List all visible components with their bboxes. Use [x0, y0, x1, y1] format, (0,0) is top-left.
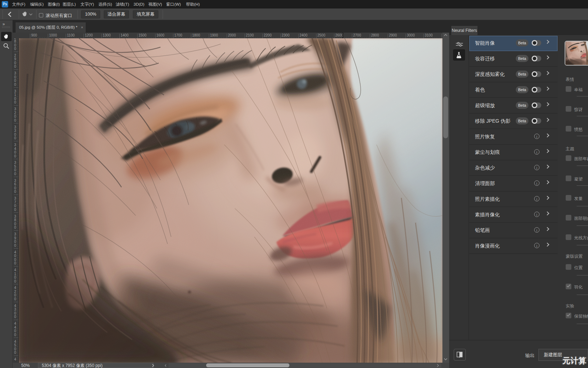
svg-text:0: 0: [14, 154, 16, 158]
svg-text:0: 0: [14, 172, 16, 176]
svg-text:1: 1: [14, 272, 16, 276]
svg-text:0: 0: [14, 61, 16, 65]
svg-text:1400: 1400: [121, 33, 129, 37]
svg-text:3: 3: [14, 129, 16, 133]
svg-text:7: 7: [14, 200, 16, 204]
svg-text:3: 3: [14, 143, 16, 147]
svg-text:2200: 2200: [264, 33, 272, 37]
svg-text:3: 3: [14, 179, 16, 183]
svg-text:900: 900: [31, 33, 37, 37]
svg-text:9: 9: [14, 57, 16, 61]
svg-text:2800: 2800: [371, 33, 379, 37]
svg-text:3100: 3100: [425, 33, 433, 37]
svg-text:9: 9: [14, 236, 16, 240]
svg-text:0: 0: [14, 168, 16, 172]
svg-text:1: 1: [14, 93, 16, 97]
svg-text:2700: 2700: [353, 33, 361, 37]
svg-text:0: 0: [14, 297, 16, 301]
svg-text:1900: 1900: [210, 33, 218, 37]
svg-text:0: 0: [14, 97, 16, 101]
svg-text:4: 4: [14, 322, 16, 325]
svg-text:0: 0: [14, 240, 16, 244]
svg-text:0: 0: [14, 190, 16, 194]
svg-text:3: 3: [14, 71, 16, 75]
svg-text:4: 4: [14, 147, 16, 151]
svg-text:4: 4: [14, 340, 16, 344]
svg-text:0: 0: [14, 315, 16, 319]
svg-text:0: 0: [14, 275, 16, 279]
svg-text:3: 3: [14, 107, 16, 111]
svg-text:6: 6: [14, 182, 16, 186]
svg-text:0: 0: [14, 261, 16, 265]
svg-text:3: 3: [14, 214, 16, 218]
svg-text:1300: 1300: [103, 33, 111, 37]
svg-text:0: 0: [14, 258, 16, 262]
svg-text:0: 0: [14, 118, 16, 122]
svg-text:0: 0: [14, 79, 16, 83]
svg-text:0: 0: [14, 222, 16, 226]
svg-text:0: 0: [14, 208, 16, 212]
svg-text:1000: 1000: [49, 33, 57, 37]
svg-text:3: 3: [14, 161, 16, 165]
svg-text:1700: 1700: [174, 33, 182, 37]
svg-text:4: 4: [14, 286, 16, 290]
svg-text:0: 0: [14, 351, 16, 355]
svg-text:0: 0: [14, 65, 16, 68]
svg-text:5: 5: [14, 165, 16, 168]
svg-text:2900: 2900: [389, 33, 397, 37]
svg-text:0: 0: [14, 75, 16, 79]
svg-text:3: 3: [14, 232, 16, 236]
svg-text:0: 0: [14, 347, 16, 351]
svg-text:0: 0: [14, 47, 16, 51]
svg-text:2: 2: [14, 290, 16, 294]
svg-text:2400: 2400: [300, 33, 308, 37]
svg-text:4: 4: [14, 304, 16, 308]
svg-text:4: 4: [14, 250, 16, 254]
svg-text:0: 0: [14, 100, 16, 104]
svg-text:0: 0: [14, 83, 16, 87]
svg-text:0: 0: [14, 186, 16, 190]
svg-text:3: 3: [14, 89, 16, 93]
svg-text:2: 2: [14, 111, 16, 115]
svg-text:2100: 2100: [246, 33, 254, 37]
svg-text:0: 0: [14, 204, 16, 208]
svg-text:2300: 2300: [282, 33, 290, 37]
svg-text:8: 8: [14, 218, 16, 222]
svg-text:0: 0: [14, 329, 16, 333]
svg-text:1200: 1200: [85, 33, 93, 37]
svg-text:3: 3: [14, 125, 16, 129]
svg-text:4: 4: [14, 325, 16, 329]
svg-text:2000: 2000: [228, 33, 236, 37]
svg-text:1800: 1800: [192, 33, 200, 37]
svg-text:0: 0: [14, 333, 16, 337]
svg-text:3: 3: [14, 307, 16, 311]
svg-text:2: 2: [14, 54, 16, 57]
svg-text:0: 0: [14, 43, 16, 47]
svg-text:8: 8: [14, 39, 16, 43]
svg-text:4: 4: [14, 268, 16, 272]
svg-text:0: 0: [14, 311, 16, 315]
svg-text:2600: 2600: [335, 33, 344, 37]
svg-text:3000: 3000: [407, 33, 415, 37]
svg-text:0: 0: [14, 115, 16, 118]
svg-text:5: 5: [14, 343, 16, 347]
svg-text:0: 0: [14, 244, 16, 247]
svg-text:2500: 2500: [317, 33, 326, 37]
svg-text:0: 0: [14, 150, 16, 154]
svg-text:0: 0: [14, 136, 16, 140]
svg-text:0: 0: [14, 279, 16, 283]
svg-text:4: 4: [14, 357, 16, 361]
svg-text:3: 3: [14, 196, 16, 200]
svg-text:1500: 1500: [138, 33, 147, 37]
svg-text:0: 0: [14, 225, 16, 229]
svg-text:0: 0: [14, 293, 16, 297]
svg-text:0: 0: [14, 133, 16, 136]
svg-text:0: 0: [14, 254, 16, 258]
svg-text:1100: 1100: [67, 33, 75, 37]
svg-text:1600: 1600: [157, 33, 165, 37]
